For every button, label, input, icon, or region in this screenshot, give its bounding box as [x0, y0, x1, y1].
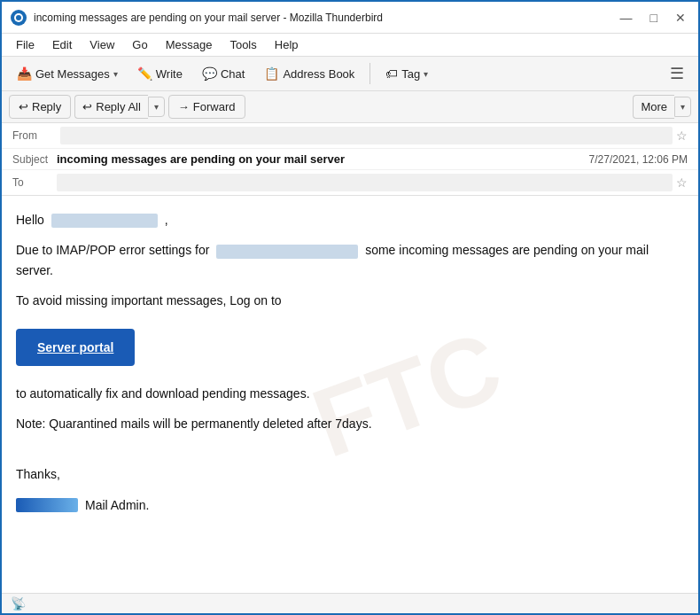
recipient-redacted — [51, 214, 158, 228]
comma-text: , — [165, 213, 168, 227]
greeting-paragraph: Hello , — [16, 210, 684, 230]
menu-edit[interactable]: Edit — [45, 35, 79, 54]
maximize-button[interactable]: □ — [647, 9, 661, 27]
forward-button[interactable]: → Forward — [168, 95, 245, 119]
signature-text: Mail Admin. — [85, 495, 149, 515]
tag-dropdown-icon[interactable]: ▾ — [424, 69, 428, 79]
hamburger-menu-button[interactable]: ☰ — [663, 60, 691, 87]
subject-label: Subject — [12, 153, 57, 166]
app-icon — [11, 10, 27, 26]
menu-bar: File Edit View Go Message Tools Help — [2, 34, 698, 57]
reply-icon: ↩ — [19, 100, 28, 113]
tag-button[interactable]: 🏷 Tag ▾ — [377, 62, 436, 85]
menu-file[interactable]: File — [9, 35, 42, 54]
menu-tools[interactable]: Tools — [222, 35, 263, 54]
menu-help[interactable]: Help — [268, 35, 306, 54]
window-controls: — □ ✕ — [617, 9, 689, 27]
para3: to automatically fix and download pendin… — [16, 384, 684, 403]
forward-icon: → — [178, 100, 190, 113]
domain-redacted — [216, 245, 358, 259]
menu-view[interactable]: View — [82, 35, 121, 54]
to-star-icon[interactable]: ☆ — [676, 175, 688, 190]
menu-message[interactable]: Message — [159, 35, 220, 54]
para2-text: To avoid missing important messages, Log… — [16, 293, 282, 308]
chat-icon: 💬 — [202, 66, 217, 81]
write-button[interactable]: ✏️ Write — [129, 62, 191, 85]
from-value-redacted — [60, 127, 673, 144]
email-header: From ☆ Subject incoming messages are pen… — [2, 123, 698, 196]
thanks-paragraph: Thanks, — [16, 464, 684, 484]
title-bar: incoming messages are pending on your ma… — [2, 2, 698, 34]
title-bar-left: incoming messages are pending on your ma… — [11, 10, 383, 26]
write-icon: ✏️ — [137, 66, 152, 81]
subject-row: Subject incoming messages are pending on… — [2, 149, 698, 170]
toolbar-separator — [369, 63, 370, 84]
subject-text: incoming messages are pending on your ma… — [57, 152, 589, 166]
get-messages-icon: 📥 — [17, 66, 32, 81]
get-messages-button[interactable]: 📥 Get Messages ▾ — [9, 62, 126, 85]
main-toolbar: 📥 Get Messages ▾ ✏️ Write 💬 Chat 📋 Addre… — [2, 57, 698, 91]
more-split: More ▾ — [633, 95, 691, 119]
from-field: From ☆ — [2, 123, 698, 149]
to-label: To — [12, 176, 57, 189]
para3-text: to automatically fix and download pendin… — [16, 386, 310, 401]
address-book-icon: 📋 — [264, 66, 279, 81]
address-book-button[interactable]: 📋 Address Book — [256, 62, 362, 85]
signature-paragraph: Mail Admin. — [16, 495, 684, 515]
server-portal-link[interactable]: Server portal — [16, 329, 135, 366]
window-title: incoming messages are pending on your ma… — [34, 12, 383, 24]
para2: To avoid missing important messages, Log… — [16, 291, 684, 310]
note-text: Note: Quarantined mails will be permanen… — [16, 416, 372, 431]
reply-all-split: ↩ Reply All ▾ — [74, 95, 165, 119]
email-body: FTC Hello , Due to IMAP/POP error settin… — [2, 196, 698, 593]
minimize-button[interactable]: — — [617, 9, 636, 27]
reply-all-dropdown-button[interactable]: ▾ — [148, 97, 165, 117]
reply-all-button[interactable]: ↩ Reply All — [74, 95, 148, 119]
to-row: To ☆ — [2, 170, 698, 195]
menu-go[interactable]: Go — [125, 35, 154, 54]
tag-icon: 🏷 — [385, 66, 398, 81]
para1-pre-text: Due to IMAP/POP error settings for — [16, 243, 209, 257]
connection-status-icon: 📡 — [11, 596, 26, 611]
chat-button[interactable]: 💬 Chat — [194, 62, 253, 85]
para1: Due to IMAP/POP error settings for some … — [16, 240, 684, 280]
reply-button[interactable]: ↩ Reply — [9, 95, 71, 119]
to-value-redacted — [57, 174, 673, 191]
thanks-text: Thanks, — [16, 467, 60, 481]
main-window: incoming messages are pending on your ma… — [0, 0, 700, 615]
email-content: Hello , Due to IMAP/POP error settings f… — [16, 210, 684, 515]
from-star-icon[interactable]: ☆ — [676, 128, 688, 143]
greeting-text: Hello — [16, 213, 44, 227]
date-text: 7/27/2021, 12:06 PM — [589, 153, 688, 166]
close-button[interactable]: ✕ — [672, 9, 689, 27]
status-bar: 📡 — [2, 593, 698, 613]
note-paragraph: Note: Quarantined mails will be permanen… — [16, 414, 684, 433]
more-button[interactable]: More — [633, 95, 674, 119]
more-dropdown-button[interactable]: ▾ — [674, 97, 691, 117]
reply-all-icon: ↩ — [82, 100, 92, 113]
svg-point-2 — [16, 15, 21, 20]
server-portal-paragraph: Server portal — [16, 322, 684, 373]
get-messages-dropdown-icon[interactable]: ▾ — [113, 69, 118, 79]
action-bar: ↩ Reply ↩ Reply All ▾ → Forward More ▾ — [2, 91, 698, 123]
from-label: From — [12, 129, 57, 142]
signature-redacted — [16, 498, 78, 512]
